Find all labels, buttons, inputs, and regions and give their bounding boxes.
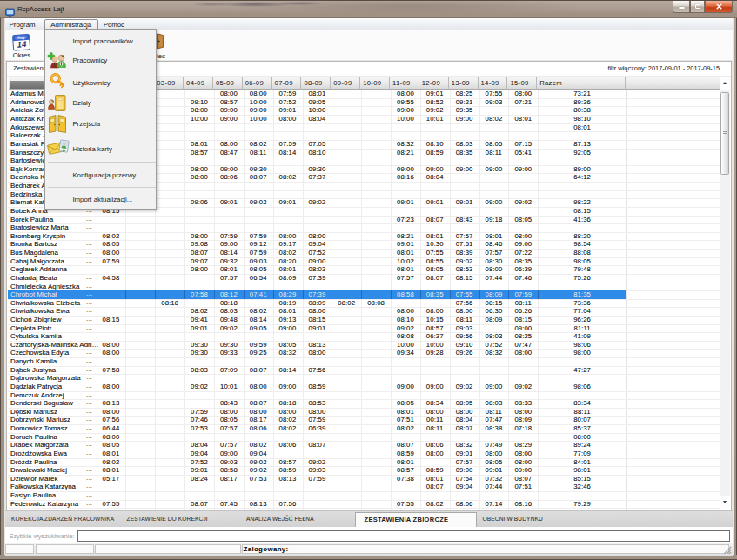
svg-text:14: 14 [17,38,27,49]
